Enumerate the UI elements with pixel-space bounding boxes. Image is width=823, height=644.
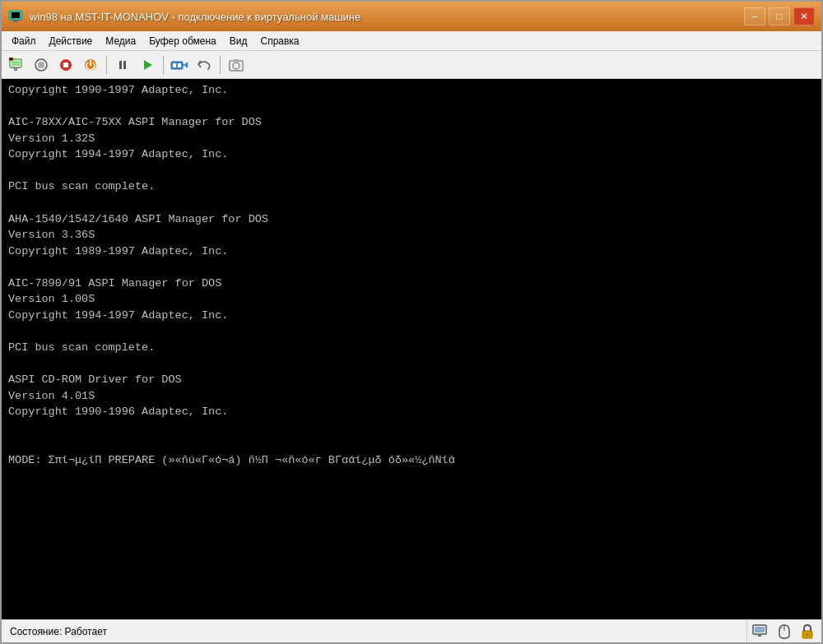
snapshot-icon <box>228 57 244 73</box>
undo-toolbar-btn[interactable] <box>193 54 216 76</box>
toolbar <box>2 51 821 79</box>
title-text: win98 на MST-IT-MONAHOV - подключение к … <box>30 11 744 23</box>
svg-rect-9 <box>10 58 13 60</box>
monitor-status-icon <box>752 623 770 640</box>
home-toolbar-btn[interactable] <box>5 54 28 76</box>
main-window: win98 на MST-IT-MONAHOV - подключение к … <box>0 0 823 644</box>
menu-bar: Файл Действие Медиа Буфер обмена Вид Спр… <box>2 31 821 51</box>
minimize-button[interactable]: – <box>744 7 765 25</box>
home-icon <box>8 57 25 73</box>
svg-rect-15 <box>119 61 122 69</box>
usb-toolbar-btn[interactable] <box>168 54 191 76</box>
play-icon <box>139 57 156 73</box>
snap-toolbar-btn[interactable] <box>225 54 248 76</box>
title-bar: win98 на MST-IT-MONAHOV - подключение к … <box>2 2 821 31</box>
stop-toolbar-btn[interactable] <box>54 54 77 76</box>
maximize-button[interactable]: □ <box>769 7 790 25</box>
status-icons <box>747 620 821 642</box>
stop-icon <box>58 57 74 73</box>
svg-rect-5 <box>12 61 20 66</box>
toolbar-sep-3 <box>220 56 221 74</box>
terminal-output: Copyright 1990-1997 Adaptec, Inc. AIC-78… <box>2 79 821 619</box>
svg-point-24 <box>233 63 239 69</box>
svg-rect-29 <box>756 634 764 635</box>
lock-status-icon <box>798 623 816 640</box>
undo-icon <box>196 57 212 73</box>
svg-rect-13 <box>63 63 68 67</box>
svg-rect-19 <box>173 63 176 67</box>
toolbar-sep-1 <box>106 56 107 74</box>
play-toolbar-btn[interactable] <box>136 54 159 76</box>
svg-rect-20 <box>178 63 181 67</box>
menu-media[interactable]: Медиа <box>99 34 142 49</box>
svg-rect-16 <box>123 61 126 69</box>
status-bar: Состояние: Работает <box>2 619 821 642</box>
svg-rect-25 <box>234 59 239 62</box>
terminal-text: Copyright 1990-1997 Adaptec, Inc. AIC-78… <box>8 82 815 469</box>
power-toolbar-btn[interactable] <box>79 54 102 76</box>
menu-help[interactable]: Справка <box>253 34 305 49</box>
svg-rect-22 <box>186 63 188 67</box>
menu-action[interactable]: Действие <box>43 34 100 49</box>
svg-rect-1 <box>12 12 20 18</box>
usb-icon <box>170 57 188 73</box>
back-toolbar-btn[interactable] <box>30 54 53 76</box>
svg-rect-2 <box>13 21 18 22</box>
circle-icon <box>33 57 49 73</box>
app-icon <box>8 9 23 24</box>
svg-rect-28 <box>758 635 761 637</box>
pause-toolbar-btn[interactable] <box>111 54 134 76</box>
title-buttons: – □ ✕ <box>744 7 815 25</box>
pause-icon <box>114 57 131 73</box>
status-text: Состояние: Работает <box>2 620 747 642</box>
toolbar-sep-2 <box>163 56 164 74</box>
svg-point-32 <box>807 633 809 636</box>
menu-file[interactable]: Файл <box>5 34 43 49</box>
menu-view[interactable]: Вид <box>223 34 254 49</box>
mouse-status-icon <box>775 623 793 640</box>
svg-point-11 <box>38 62 44 68</box>
menu-clipboard[interactable]: Буфер обмена <box>142 34 223 49</box>
close-button[interactable]: ✕ <box>793 7 815 25</box>
power-icon <box>82 57 99 73</box>
svg-rect-7 <box>12 67 20 68</box>
svg-rect-27 <box>755 627 765 632</box>
svg-rect-6 <box>14 68 17 71</box>
svg-rect-3 <box>11 20 21 21</box>
svg-marker-17 <box>144 60 152 70</box>
